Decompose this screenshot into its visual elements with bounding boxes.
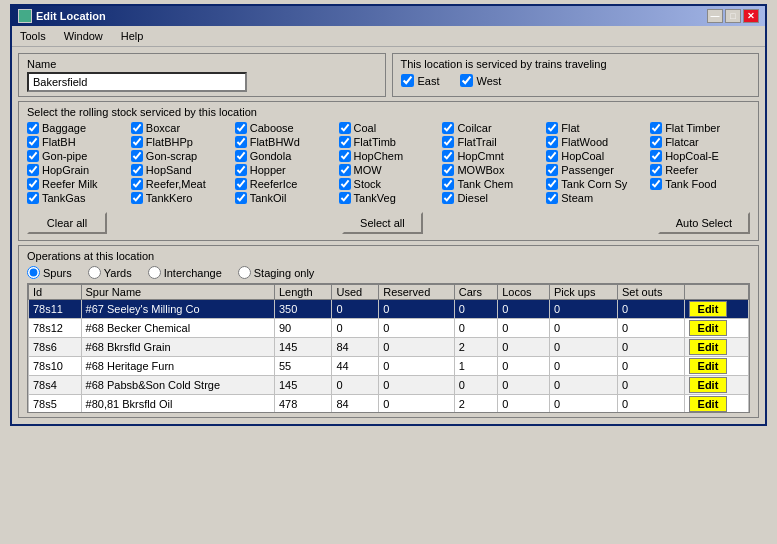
cb-coal: Coal: [339, 122, 439, 134]
edit-button[interactable]: Edit: [689, 358, 728, 374]
title-bar-left: Edit Location: [18, 9, 106, 23]
clear-all-button[interactable]: Clear all: [27, 212, 107, 234]
cb-flatbh: FlatBH: [27, 136, 127, 148]
west-label: West: [477, 75, 502, 87]
cell-spur-name: #68 Pabsb&Son Cold Strge: [81, 376, 274, 395]
cell-reserved: 0: [379, 357, 455, 376]
cell-pickups: 0: [549, 395, 617, 414]
menubar: Tools Window Help: [12, 26, 765, 47]
east-label: East: [418, 75, 440, 87]
west-checkbox[interactable]: [460, 74, 473, 87]
close-button[interactable]: ✕: [743, 9, 759, 23]
cell-reserved: 0: [379, 300, 455, 319]
menu-tools[interactable]: Tools: [16, 28, 50, 44]
cell-locos: 0: [498, 300, 550, 319]
cb-baggage: Baggage: [27, 122, 127, 134]
col-length: Length: [274, 285, 331, 300]
cb-hopgrain: HopGrain: [27, 164, 127, 176]
cell-pickups: 0: [549, 357, 617, 376]
cb-reefer-milk: Reefer Milk: [27, 178, 127, 190]
cell-reserved: 0: [379, 395, 455, 414]
cell-edit: Edit: [684, 300, 748, 319]
cell-edit: Edit: [684, 376, 748, 395]
auto-select-button[interactable]: Auto Select: [658, 212, 750, 234]
radio-yards-input[interactable]: [88, 266, 101, 279]
cell-locos: 0: [498, 338, 550, 357]
cell-cars: 0: [454, 300, 497, 319]
edit-button[interactable]: Edit: [689, 396, 728, 412]
cell-used: 84: [332, 338, 379, 357]
col-locos: Locos: [498, 285, 550, 300]
col-id: Id: [29, 285, 82, 300]
cb-passenger: Passenger: [546, 164, 646, 176]
cell-setouts: 0: [618, 376, 685, 395]
menu-help[interactable]: Help: [117, 28, 148, 44]
maximize-button[interactable]: □: [725, 9, 741, 23]
cell-spur-name: #68 Heritage Furn: [81, 357, 274, 376]
radio-spurs-input[interactable]: [27, 266, 40, 279]
col-reserved: Reserved: [379, 285, 455, 300]
east-checkbox[interactable]: [401, 74, 414, 87]
spurs-table: Id Spur Name Length Used Reserved Cars L…: [28, 284, 749, 413]
cb-flatwood: FlatWood: [546, 136, 646, 148]
rolling-stock-label: Select the rolling stock serviced by thi…: [27, 106, 750, 118]
rolling-stock-buttons: Clear all Select all Auto Select: [27, 210, 750, 236]
col-spur-name: Spur Name: [81, 285, 274, 300]
cell-pickups: 0: [549, 300, 617, 319]
select-all-button[interactable]: Select all: [342, 212, 423, 234]
cb-hopchem: HopChem: [339, 150, 439, 162]
cell-cars: 0: [454, 376, 497, 395]
col-setouts: Set outs: [618, 285, 685, 300]
cell-length: 145: [274, 338, 331, 357]
cb-mowbox: MOWBox: [442, 164, 542, 176]
cb-caboose: Caboose: [235, 122, 335, 134]
rolling-stock-grid: Baggage Boxcar Caboose Coal Coilcar Flat…: [27, 122, 750, 204]
radio-interchange-input[interactable]: [148, 266, 161, 279]
cb-tankkero: TankKero: [131, 192, 231, 204]
edit-button[interactable]: Edit: [689, 339, 728, 355]
cb-boxcar: Boxcar: [131, 122, 231, 134]
cell-edit: Edit: [684, 357, 748, 376]
minimize-button[interactable]: —: [707, 9, 723, 23]
edit-button[interactable]: Edit: [689, 320, 728, 336]
cell-length: 145: [274, 376, 331, 395]
cb-tank-corn-sy: Tank Corn Sy: [546, 178, 646, 190]
cell-edit: Edit: [684, 319, 748, 338]
edit-button[interactable]: Edit: [689, 301, 728, 317]
cb-gondola: Gondola: [235, 150, 335, 162]
cell-locos: 0: [498, 357, 550, 376]
table-row: 78s11 #67 Seeley's Milling Co 350 0 0 0 …: [29, 300, 749, 319]
cell-cars: 2: [454, 338, 497, 357]
cb-diesel: Diesel: [442, 192, 542, 204]
radio-yards: Yards: [88, 266, 132, 279]
cb-reefer-ice: ReeferIce: [235, 178, 335, 190]
title-controls: — □ ✕: [707, 9, 759, 23]
name-label: Name: [27, 58, 377, 70]
content-area: Name This location is serviced by trains…: [12, 47, 765, 424]
cell-cars: 1: [454, 357, 497, 376]
table-row: 78s10 #68 Heritage Furn 55 44 0 1 0 0 0 …: [29, 357, 749, 376]
cell-locos: 0: [498, 376, 550, 395]
window-title: Edit Location: [36, 10, 106, 22]
cb-tankveg: TankVeg: [339, 192, 439, 204]
cell-used: 0: [332, 376, 379, 395]
name-input[interactable]: [27, 72, 247, 92]
radio-staging-input[interactable]: [238, 266, 251, 279]
col-action: [684, 285, 748, 300]
cell-id: 78s10: [29, 357, 82, 376]
radio-staging-label: Staging only: [254, 267, 315, 279]
top-row: Name This location is serviced by trains…: [18, 53, 759, 97]
cell-used: 0: [332, 300, 379, 319]
cell-pickups: 0: [549, 338, 617, 357]
cb-hopcoal: HopCoal: [546, 150, 646, 162]
table-row: 78s5 #80,81 Bkrsfld Oil 478 84 0 2 0 0 0…: [29, 395, 749, 414]
cell-setouts: 0: [618, 319, 685, 338]
service-checkboxes: East West: [401, 74, 751, 87]
cell-used: 84: [332, 395, 379, 414]
cb-hopcmnt: HopCmnt: [442, 150, 542, 162]
cell-cars: 2: [454, 395, 497, 414]
edit-button[interactable]: Edit: [689, 377, 728, 393]
menu-window[interactable]: Window: [60, 28, 107, 44]
cell-spur-name: #68 Becker Chemical: [81, 319, 274, 338]
cell-locos: 0: [498, 395, 550, 414]
